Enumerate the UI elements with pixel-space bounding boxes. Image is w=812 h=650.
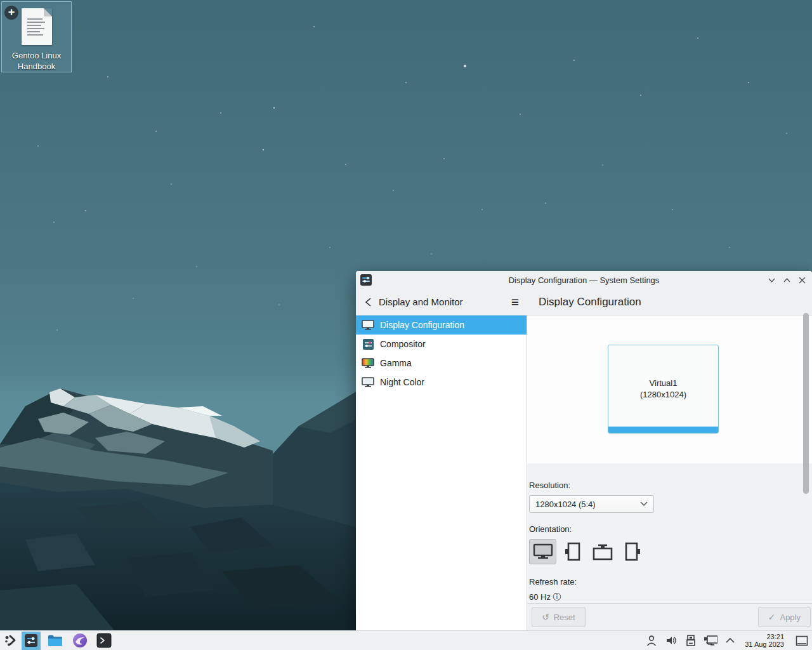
resolution-label: Resolution: (529, 481, 812, 490)
desktop-icon-label: Gentoo Linux Handbook (4, 50, 70, 72)
vertical-scrollbar[interactable] (803, 313, 809, 494)
monitor-accent-bar (608, 427, 718, 433)
window-title: Display Configuration — System Settings (356, 275, 812, 285)
refresh-rate-label: Refresh rate: (529, 577, 812, 587)
sidebar-item-label: Display Configuration (380, 320, 464, 330)
chevron-down-icon (640, 501, 648, 507)
night-color-icon (362, 376, 374, 388)
desktop-icon-gentoo-handbook[interactable]: + Gentoo Linux Handbook (1, 1, 72, 72)
orientation-buttons (529, 539, 812, 564)
removable-device-icon[interactable] (684, 633, 698, 647)
footer-button-bar: ↺ Reset ✓ Apply (527, 603, 812, 630)
task-system-settings[interactable] (22, 632, 41, 650)
info-icon: ⓘ (553, 592, 561, 602)
display-settings-form: Resolution: 812x650 (5:4) Orientation: (527, 463, 812, 603)
window-header: Display and Monitor ≡ Display Configurat… (356, 289, 812, 315)
resolution-dropdown[interactable]: 812x650 (5:4) (529, 495, 654, 513)
window-titlebar[interactable]: Display Configuration — System Settings (356, 271, 812, 289)
reset-icon: ↺ (542, 612, 549, 622)
sidebar-item-label: Night Color (380, 377, 424, 387)
document-icon (22, 8, 52, 45)
monitor-resolution: (812x650) (640, 389, 686, 401)
apply-button[interactable]: ✓ Apply (758, 607, 811, 627)
settings-sidebar: Display Configuration Compositor (356, 315, 527, 630)
maximize-button[interactable] (783, 276, 791, 284)
close-button[interactable] (798, 276, 806, 284)
apply-check-icon: ✓ (768, 612, 776, 622)
minimize-button[interactable] (768, 276, 776, 284)
refresh-rate-value[interactable]: 60 Hz ⓘ (529, 592, 812, 603)
user-session-icon[interactable] (645, 633, 658, 647)
sidebar-item-display-configuration[interactable]: Display Configuration (356, 315, 527, 335)
orientation-landscape-flipped-button[interactable] (589, 539, 616, 564)
add-emblem-icon: + (4, 6, 18, 20)
display-configuration-pane: Virtual1 (812x650) Resolution: 1280x10… (527, 315, 812, 630)
reset-button[interactable]: ↺ Reset (532, 607, 586, 627)
application-launcher-button[interactable] (1, 632, 20, 650)
orientation-portrait-left-button[interactable] (559, 539, 586, 564)
back-button[interactable] (362, 296, 375, 308)
system-settings-window: Display Configuration — System Settings … (356, 271, 812, 630)
sidebar-item-gamma[interactable]: Gamma (356, 354, 527, 373)
resolution-value: 812x650 (5:4) (535, 500, 596, 509)
monitor-name: Virtual1 (650, 378, 678, 389)
desktop: + Gentoo Linux Handbook Display Configur… (0, 0, 812, 650)
sidebar-item-night-color[interactable]: Night Color (356, 373, 527, 392)
orientation-label: Orientation: (529, 524, 812, 534)
task-konsole-terminal[interactable] (95, 632, 114, 650)
taskbar: 23:21 31 Aug 2023 (0, 630, 812, 650)
task-falkon-browser[interactable] (70, 632, 89, 650)
volume-icon[interactable] (664, 633, 678, 647)
clock-date: 31 Aug 2023 (745, 640, 784, 648)
monitor-preview[interactable]: Virtual1 (812x650) (608, 345, 719, 434)
compositor-icon (362, 338, 374, 350)
display-connector-icon[interactable] (704, 633, 717, 647)
orientation-portrait-right-button[interactable] (619, 539, 646, 564)
sidebar-item-compositor[interactable]: Compositor (356, 335, 527, 354)
sidebar-item-label: Compositor (380, 339, 426, 349)
orientation-landscape-button[interactable] (529, 539, 556, 564)
sidebar-item-label: Gamma (380, 358, 412, 368)
page-title: Display Configuration (539, 296, 641, 308)
show-desktop-button[interactable] (794, 632, 810, 649)
digital-clock[interactable]: 23:21 31 Aug 2023 (745, 633, 784, 648)
display-icon (362, 319, 374, 331)
category-title: Display and Monitor (379, 296, 463, 307)
screen-arrangement-area: Virtual1 (812x650) (527, 315, 812, 463)
task-dolphin-file-manager[interactable] (46, 632, 65, 650)
tray-expand-chevron-icon[interactable] (723, 633, 737, 647)
gamma-icon (362, 357, 374, 369)
hamburger-menu-icon[interactable]: ≡ (511, 296, 519, 308)
clock-time: 23:21 (745, 633, 784, 640)
